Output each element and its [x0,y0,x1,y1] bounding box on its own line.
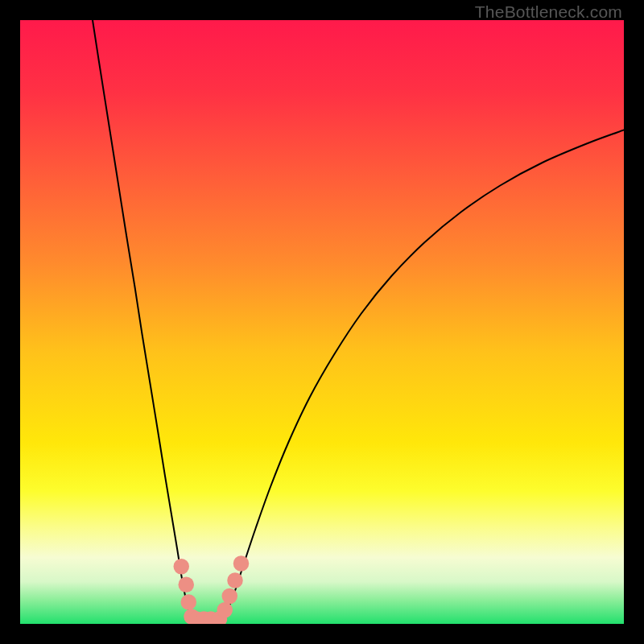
curve-marker [181,594,197,610]
chart-svg [20,20,624,624]
curve-marker [227,572,243,588]
curve-marker [217,602,233,618]
watermark-text: TheBottleneck.com [475,2,622,22]
curve-marker [233,555,250,572]
curve-marker [222,588,238,605]
curve-marker [179,577,195,593]
chart-frame [20,20,624,624]
curve-marker [174,559,190,575]
chart-background [20,20,624,624]
